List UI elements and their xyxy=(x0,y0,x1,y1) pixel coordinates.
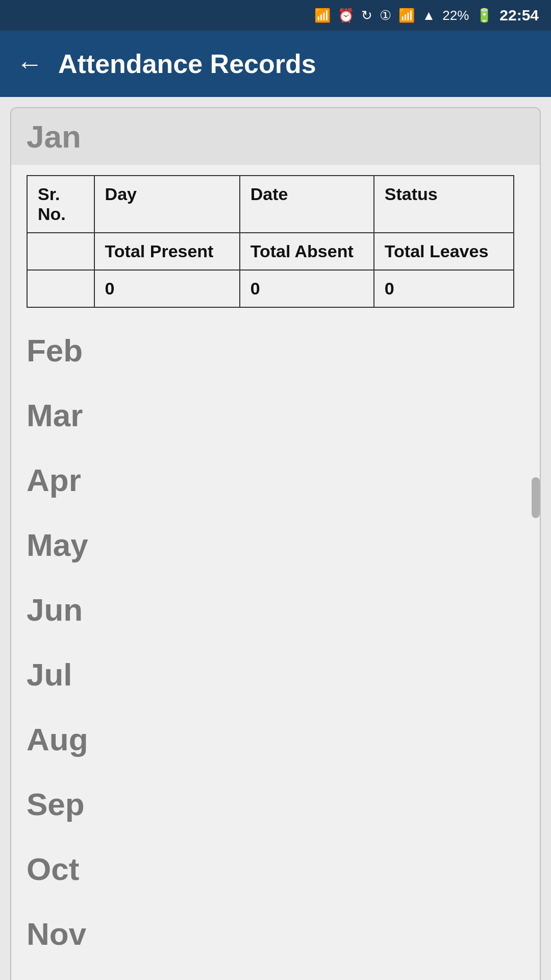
battery-percent: 22% xyxy=(442,8,469,23)
alarm-icon: ⏰ xyxy=(338,8,354,23)
col-status-header: Status xyxy=(374,176,514,233)
signal2-icon: ▲ xyxy=(422,8,435,23)
month-item-nov[interactable]: Nov xyxy=(11,901,540,966)
col-day-header: Day xyxy=(94,176,240,233)
col-sr-summary xyxy=(27,233,94,270)
col-total-present-label: Total Present xyxy=(94,233,240,270)
col-sr-header: Sr. No. xyxy=(27,176,94,233)
status-icons: 📶 ⏰ ↻ ① 📶 ▲ 22% 🔋 22:54 xyxy=(314,7,539,24)
signal-icon: 📶 xyxy=(398,8,415,23)
col-present-value: 0 xyxy=(94,270,240,307)
table-data-row: 0 0 0 xyxy=(27,270,514,307)
month-item-feb[interactable]: Feb xyxy=(11,318,540,383)
status-time: 22:54 xyxy=(499,7,539,24)
month-item-mar[interactable]: Mar xyxy=(11,383,540,448)
month-item-aug[interactable]: Aug xyxy=(11,707,540,772)
back-button[interactable]: ← xyxy=(16,51,43,77)
month-item-sep[interactable]: Sep xyxy=(11,772,540,837)
col-total-absent-label: Total Absent xyxy=(240,233,374,270)
month-item-may[interactable]: May xyxy=(11,512,540,577)
month-list: FebMarAprMayJunJulAugSepOctNovDec xyxy=(11,318,540,980)
battery-icon: 🔋 xyxy=(476,8,492,23)
table-summary-label-row: Total Present Total Absent Total Leaves xyxy=(27,233,514,270)
month-item-oct[interactable]: Oct xyxy=(11,837,540,901)
notification-icon: ① xyxy=(380,8,391,23)
col-sr-data xyxy=(27,270,94,307)
month-item-apr[interactable]: Apr xyxy=(11,448,540,512)
month-item-jun[interactable]: Jun xyxy=(11,577,540,642)
attendance-card: Jan Sr. No. Day Date Status Total Presen… xyxy=(10,107,541,980)
table-header-row: Sr. No. Day Date Status xyxy=(27,176,514,233)
col-date-header: Date xyxy=(240,176,374,233)
jan-month-label: Jan xyxy=(27,119,81,154)
bluetooth-icon: 📶 xyxy=(314,8,331,23)
status-bar: 📶 ⏰ ↻ ① 📶 ▲ 22% 🔋 22:54 xyxy=(0,0,551,31)
col-leaves-value: 0 xyxy=(374,270,514,307)
col-absent-value: 0 xyxy=(240,270,374,307)
month-item-jul[interactable]: Jul xyxy=(11,642,540,707)
sync-icon: ↻ xyxy=(361,8,372,23)
month-item-dec[interactable]: Dec xyxy=(11,966,540,980)
page-title: Attendance Records xyxy=(58,48,316,79)
col-total-leaves-label: Total Leaves xyxy=(374,233,514,270)
jan-month-header[interactable]: Jan xyxy=(11,108,540,165)
attendance-table: Sr. No. Day Date Status Total Present To… xyxy=(27,175,514,308)
app-bar: ← Attendance Records xyxy=(0,31,551,97)
main-content: Jan Sr. No. Day Date Status Total Presen… xyxy=(0,97,551,980)
